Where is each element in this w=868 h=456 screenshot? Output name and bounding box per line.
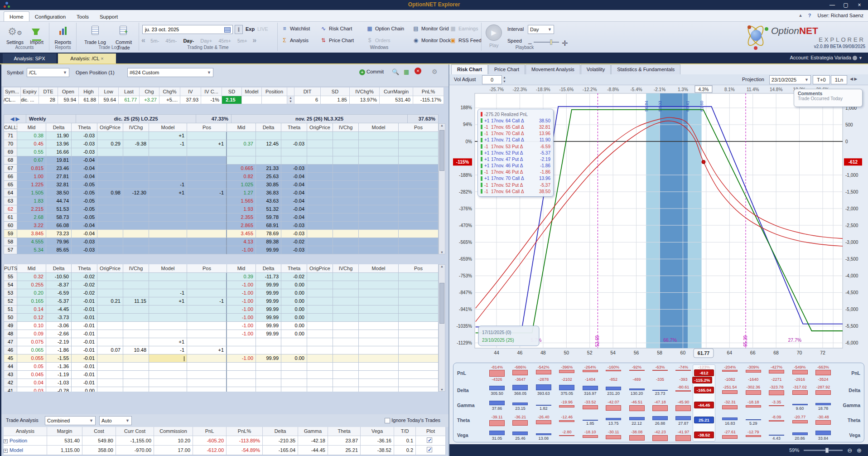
chain-row-61[interactable]: 612.6858.73-0.052.35559.78-0.04 bbox=[4, 213, 439, 222]
chain-row-49[interactable]: 490.10-3.06-0.01-1.0099.990.00 bbox=[4, 322, 439, 330]
chain-edit-cell[interactable] bbox=[399, 181, 439, 189]
chain-edit-cell[interactable] bbox=[149, 148, 187, 156]
zoom-in-icon[interactable]: ⊕ bbox=[857, 447, 862, 454]
chain-edit-cell[interactable] bbox=[187, 246, 227, 254]
chain-edit-cell[interactable] bbox=[399, 387, 439, 392]
strike-cell[interactable]: 66 bbox=[4, 173, 17, 181]
collapse-ribbon-icon[interactable]: ▴ bbox=[799, 12, 802, 18]
strike-cell[interactable]: 52 bbox=[4, 297, 17, 306]
search-icon[interactable]: 🔍 bbox=[392, 68, 399, 75]
chain-edit-cell[interactable] bbox=[359, 165, 399, 173]
chain-edit-cell[interactable]: -1 bbox=[149, 140, 187, 148]
chain-edit-cell[interactable] bbox=[359, 338, 399, 346]
chain-edit-cell[interactable] bbox=[359, 181, 399, 189]
strike-cell[interactable]: 60 bbox=[4, 222, 17, 230]
menu-configuration[interactable]: Configuration bbox=[29, 12, 71, 22]
chart-tab-risk-chart[interactable]: Risk Chart bbox=[451, 64, 488, 74]
play-button[interactable]: ▶ bbox=[486, 24, 502, 41]
speed-minus-icon[interactable]: − bbox=[528, 40, 532, 48]
chain-edit-cell[interactable] bbox=[187, 338, 227, 346]
commit-button[interactable]: + Commit bbox=[359, 69, 384, 75]
strategy-select[interactable]: #624 Custom▼ bbox=[127, 68, 213, 77]
chain-row-54[interactable]: 540.255-8.37-0.02-1.0099.990.00 bbox=[4, 281, 439, 289]
step-Dayplus[interactable]: Day+ bbox=[200, 38, 212, 44]
strike-cell[interactable]: 49 bbox=[4, 322, 17, 330]
step-5mminus[interactable]: 5m- bbox=[150, 38, 159, 44]
row-spinner[interactable]: ▲▼ bbox=[287, 96, 294, 104]
strike-cell[interactable]: 70 bbox=[4, 140, 17, 148]
chain-edit-cell[interactable] bbox=[149, 205, 187, 213]
chain-edit-cell[interactable] bbox=[399, 330, 439, 338]
chain-row-65[interactable]: 651.22532.81-0.05-11.02530.85-0.04 bbox=[4, 181, 439, 189]
chain-edit-cell[interactable] bbox=[149, 165, 187, 173]
chain-row-59[interactable]: 593.84573.23-0.043.45578.69-0.03 bbox=[4, 230, 439, 238]
chain-edit-cell[interactable] bbox=[359, 371, 399, 379]
chain-edit-cell[interactable] bbox=[187, 387, 227, 392]
plot-checkbox[interactable] bbox=[427, 437, 432, 443]
chain-edit-cell[interactable]: +1 bbox=[149, 297, 187, 306]
cancel-icon[interactable]: × bbox=[415, 68, 421, 74]
symbol-select[interactable]: /CL▼ bbox=[27, 68, 69, 77]
chart-tab-volatility[interactable]: Volatility bbox=[581, 64, 611, 74]
speed-plus-icon[interactable]: ✛ bbox=[562, 39, 568, 48]
chain-edit-cell[interactable]: -1 bbox=[149, 346, 187, 354]
chain-edit-cell[interactable] bbox=[149, 246, 187, 254]
chain-edit-cell[interactable] bbox=[399, 273, 439, 281]
t-plus-select[interactable]: T+0 bbox=[813, 75, 830, 84]
chain-edit-cell[interactable] bbox=[359, 297, 399, 306]
chain-edit-cell[interactable] bbox=[399, 189, 439, 197]
window-risk-chart[interactable]: ∿Risk Chart bbox=[320, 25, 352, 34]
chain-row-66[interactable]: 661.0027.81-0.040.8225.63-0.04 bbox=[4, 173, 439, 181]
vol-adjust-input[interactable]: 0 bbox=[482, 75, 502, 84]
chain-edit-cell[interactable] bbox=[399, 371, 439, 379]
chain-edit-cell[interactable] bbox=[187, 273, 227, 281]
zoom-slider[interactable] bbox=[804, 450, 843, 451]
chain-edit-cell[interactable] bbox=[359, 230, 399, 238]
chain-edit-cell[interactable] bbox=[359, 189, 399, 197]
chain-edit-cell[interactable]: -1 bbox=[149, 289, 187, 297]
chain-edit-cell[interactable] bbox=[149, 230, 187, 238]
chain-edit-cell[interactable] bbox=[359, 197, 399, 205]
interval-select[interactable]: Day▼ bbox=[528, 25, 554, 34]
step-back-icon[interactable]: « bbox=[141, 36, 145, 44]
import-button[interactable]: Import bbox=[24, 24, 49, 50]
strike-cell[interactable]: 50 bbox=[4, 314, 17, 322]
chain-row-71[interactable]: 710.3811.90-0.03+1 bbox=[4, 132, 439, 140]
analysis-mode-select[interactable]: Combined▼ bbox=[45, 416, 96, 425]
chain-edit-cell[interactable] bbox=[149, 330, 187, 338]
chain-scrollbar[interactable]: ▲▼ bbox=[439, 264, 445, 392]
chain-edit-cell[interactable] bbox=[399, 230, 439, 238]
chain-edit-cell[interactable] bbox=[359, 289, 399, 297]
chain-row-43[interactable]: 430.045-1.19-0.01 bbox=[4, 371, 439, 379]
step-45mplus[interactable]: 45m+ bbox=[218, 38, 231, 44]
strike-cell[interactable]: 67 bbox=[4, 165, 17, 173]
chain-row-52[interactable]: 520.165-5.37-0.010.2111.15+1-1-1.0099.99… bbox=[4, 297, 439, 306]
window-price-chart[interactable]: ⇅Price Chart bbox=[320, 37, 354, 46]
chain-edit-cell[interactable] bbox=[399, 306, 439, 314]
chain-edit-cell[interactable] bbox=[187, 379, 227, 387]
chain-edit-cell[interactable] bbox=[399, 140, 439, 148]
close-button[interactable]: × bbox=[853, 1, 866, 9]
chain-edit-cell[interactable]: +1 bbox=[187, 346, 227, 354]
strike-cell[interactable]: 61 bbox=[4, 213, 17, 222]
chain-edit-cell[interactable] bbox=[187, 156, 227, 165]
chain-edit-cell[interactable] bbox=[149, 306, 187, 314]
chain-row-67[interactable]: 670.81523.46-0.040.66521.33-0.03 bbox=[4, 165, 439, 173]
expand-icon[interactable]: + bbox=[4, 439, 8, 443]
chain-edit-cell[interactable] bbox=[187, 363, 227, 371]
chain-scrollbar[interactable]: ▲▼ bbox=[439, 123, 445, 254]
chain-edit-cell[interactable] bbox=[187, 322, 227, 330]
chain-edit-cell[interactable] bbox=[149, 197, 187, 205]
chain-row-69[interactable]: 690.5516.66-0.03 bbox=[4, 148, 439, 156]
menu-tools[interactable]: Tools bbox=[71, 12, 94, 22]
chain-edit-cell[interactable] bbox=[187, 281, 227, 289]
chain-edit-cell[interactable] bbox=[149, 363, 187, 371]
chain-edit-cell[interactable] bbox=[187, 354, 227, 363]
chain-edit-cell[interactable]: +1 bbox=[187, 140, 227, 148]
chain-edit-cell[interactable] bbox=[149, 173, 187, 181]
chain-edit-cell[interactable] bbox=[187, 371, 227, 379]
strike-cell[interactable]: 43 bbox=[4, 371, 17, 379]
chain-edit-cell[interactable] bbox=[187, 173, 227, 181]
strike-cell[interactable]: 58 bbox=[4, 238, 17, 246]
chain-edit-cell[interactable] bbox=[399, 156, 439, 165]
